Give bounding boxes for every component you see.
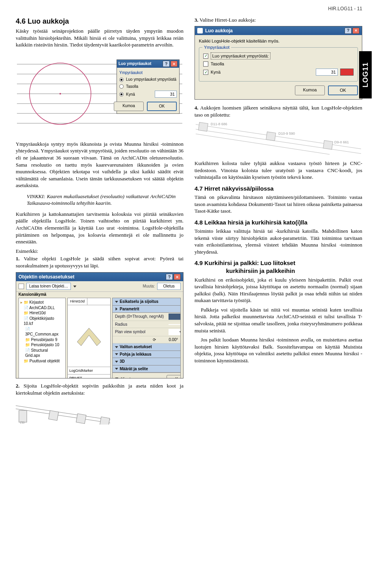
params-section-parametrit[interactable]: Parametrit: [120, 306, 139, 312]
params-section-plan-section[interactable]: Pohja ja leikkaus: [120, 352, 152, 357]
heading-4-8: 4.8 Leikkaa hirsiä ja kurkihirsiä kato(i…: [195, 219, 362, 226]
checkbox-from-circles[interactable]: ✓: [203, 54, 208, 59]
param-depth-label: Depth (0=Through, neg=All): [115, 314, 166, 319]
param-radius-value[interactable]: [169, 324, 181, 325]
params-section-3d[interactable]: 3D: [120, 359, 125, 364]
figure-arc-with-dialog: Luo ympyräaukot ? × Ympyräaukot Luo ympy…: [16, 52, 183, 135]
close-icon[interactable]: ×: [174, 274, 181, 280]
tree-item[interactable]: Kirjastot: [30, 300, 44, 304]
tree-item[interactable]: Hirret10d: [30, 311, 46, 315]
preview-tab-loggrid[interactable]: LogGridMarker: [68, 367, 110, 374]
layer-dropdown-icon[interactable]: [159, 378, 162, 379]
params-section-selected[interactable]: Valitun asetukset: [120, 344, 152, 350]
dialog-title: Luo aukkoja: [205, 28, 233, 34]
param-plansym-value[interactable]: ▾: [169, 329, 181, 335]
step-1-text: Valitse objekti LogsHole ja säädä siihen…: [16, 256, 183, 269]
svg-rect-12: [19, 410, 27, 422]
cancel-button[interactable]: Kumoa: [295, 85, 325, 95]
para-4-8: Toiminto leikkaa valittuja hirsiä tai -k…: [195, 228, 362, 255]
para-4-7: Tämä on pikavalinta hirsitason näyttämis…: [195, 194, 362, 215]
pen-input[interactable]: 31: [316, 69, 338, 76]
help-icon[interactable]: ?: [163, 61, 170, 67]
side-tab-log11: LOG11: [359, 51, 372, 98]
object-preview: Hirret10d LogGridMarker PRIVET: [67, 298, 111, 378]
settings-cancel-button[interactable]: Kumoa: [167, 375, 181, 378]
library-tree[interactable]: ▸ 📁 Kirjastot 📄 ArchiCAD.DLL 📁 Hirret10d…: [19, 298, 66, 378]
radio-pen[interactable]: [119, 92, 124, 96]
svg-line-17: [196, 124, 361, 149]
group-legend: Ympyräaukot: [202, 45, 231, 50]
para-logshole-intro: Kurkihirren ja kattokannattajien tarvits…: [16, 211, 183, 245]
para-kurkihirsi-cnc: Kurkihirren kolosta tulee tyhjää aukkoa …: [195, 160, 362, 181]
close-icon[interactable]: ×: [170, 61, 178, 67]
tree-item[interactable]: Perusbirjasto 9: [31, 338, 57, 342]
step-1: 1. Valitse objekti LogsHole ja säädä sii…: [16, 255, 183, 269]
param-angle-value[interactable]: 0.00°: [158, 337, 178, 343]
tree-item[interactable]: Puuttuvat objektit: [30, 359, 60, 363]
checkbox-pen-label: Kynä: [211, 69, 220, 75]
svg-rect-14: [76, 414, 86, 424]
step-4-number: 4.: [195, 105, 198, 111]
param-radius-label: Radius: [115, 322, 166, 327]
dim-b: D10-9 590: [278, 132, 295, 135]
tree-item[interactable]: Objektikirjasto 10.lcf: [24, 316, 54, 326]
para-4-9-a: Kurkihirsi on erikoisobjekti, joka ei ku…: [195, 276, 362, 304]
params-section-preview[interactable]: Esikatselu ja sijoitus: [120, 299, 158, 304]
step-4: 4. Aukkojen luomisen jälkeen seinäkuva n…: [195, 104, 362, 118]
svg-rect-13: [48, 411, 58, 421]
step-2: 2. Sijoita LogsHole-objektit sopiviin pa…: [16, 382, 183, 396]
step-2-number: 2.: [16, 383, 20, 389]
tree-item[interactable]: 3PC_Common.apx: [25, 332, 58, 336]
heading-4-9-line2: kurkihirsiin ja palkkeihin: [226, 267, 362, 275]
param-depth-value[interactable]: 0.0: [169, 313, 181, 320]
svg-point-8: [59, 93, 61, 95]
para-4-9-c: Jos palkit luodaan Muunna hirsiksi -toim…: [195, 336, 362, 364]
settings-titlebar: Objektin oletusasetukset ? ×: [16, 273, 183, 281]
default-button[interactable]: Oletus: [157, 283, 181, 290]
params-section-listing[interactable]: Määrät ja selite: [120, 366, 148, 372]
pen-color-swatch[interactable]: [340, 69, 354, 76]
dropdown-arrow-icon[interactable]: [73, 286, 76, 288]
help-icon[interactable]: ?: [345, 28, 352, 34]
page-reference: HIR.LOG11 - 11: [328, 6, 362, 12]
preview-tab-privet[interactable]: PRIVET: [68, 374, 110, 378]
radio-from-circles-label: Luo ympyräaukot ympyröistä: [126, 77, 176, 82]
dim-c: D9-II 661: [334, 140, 349, 144]
load-other-object-button[interactable]: Lataa toinen Objekti…: [26, 283, 71, 290]
close-icon[interactable]: ×: [352, 28, 359, 34]
layer-selector[interactable]: Hirret: [121, 377, 156, 378]
radio-pen-label: Kynä: [126, 92, 135, 97]
dialog-message: Kaikki LogsHole-objektit käsitellään myö…: [199, 38, 358, 44]
preview-tab-hirret[interactable]: Hirret10d: [68, 298, 87, 304]
tree-item[interactable]: ArchiCAD.DLL: [29, 306, 55, 310]
tree-item[interactable]: Peruskirjasto 10: [31, 343, 59, 347]
esimerkki-label: Esimerkki:: [16, 248, 183, 255]
heading-4-9-line1: 4.9 Kurkihirsi ja palkki: Luo liitokset: [195, 259, 362, 267]
radio-from-circles[interactable]: [119, 78, 124, 82]
radio-on-layer[interactable]: [119, 84, 124, 89]
vinkki-callout: VINKKI: Kaaren mukailuasetukset (resoluu…: [27, 193, 176, 207]
ympyraaukot-group: Ympyräaukot ✓ Luo ympyräaukot ympyröistä…: [199, 47, 358, 82]
svg-line-11: [16, 409, 110, 423]
svg-rect-22: [323, 141, 333, 150]
folder-view-label: Kansionäkymä: [16, 291, 183, 298]
right-column: 3. Valitse Hirret-Luo aukkoja: Luo aukko…: [195, 17, 362, 425]
help-icon[interactable]: ?: [166, 274, 173, 280]
svg-marker-9: [77, 328, 101, 346]
param-plansym-label: Plan view symbol: [115, 329, 166, 335]
pen-number-input[interactable]: 31: [155, 91, 177, 98]
step-3: 3. Valitse Hirret-Luo aukkoja:: [195, 17, 362, 24]
layer-icon: ☰: [115, 377, 119, 378]
mini-ok-button[interactable]: OK: [147, 102, 177, 111]
parameters-panel: Esikatselu ja sijoitus Parametrit Depth …: [112, 298, 181, 378]
figure-roof-bottom: 150: [16, 401, 183, 425]
svg-text:150: 150: [20, 421, 24, 425]
para-ympyraaukot: Ympyräaukkoja syntyy myös ikkunoista ja …: [16, 141, 183, 189]
mini-cancel-button[interactable]: Kumoa: [114, 102, 144, 111]
checkbox-on-layer[interactable]: [203, 61, 208, 67]
library-icon[interactable]: [19, 284, 24, 289]
ok-button[interactable]: OK: [328, 85, 358, 95]
mini-dialog-titlebar: Luo ympyräaukot ? ×: [117, 60, 179, 68]
checkbox-pen[interactable]: ✓: [203, 70, 208, 75]
folder-icon: ▸ 📁: [20, 300, 28, 304]
